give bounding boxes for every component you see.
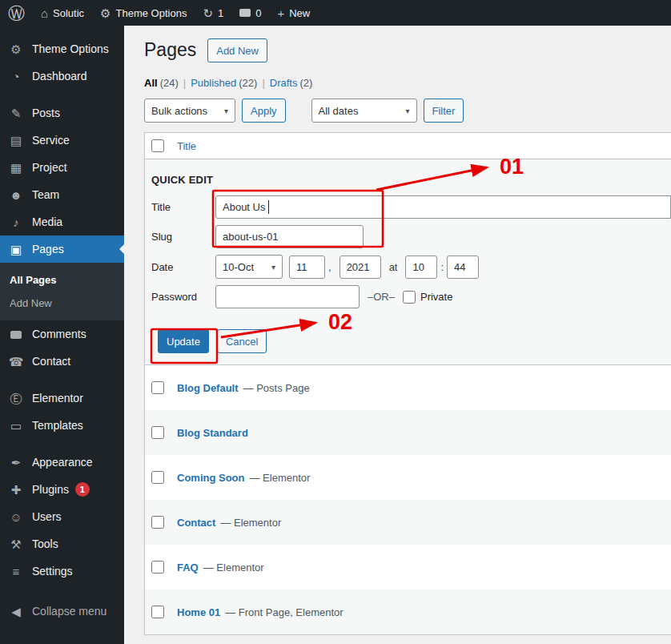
title-input-wrap [215,195,671,219]
page-annotation: — Elementor [250,472,311,484]
sidebar-item-dashboard[interactable]: ◔ Dashboard [0,62,124,90]
site-name-label: Solutic [53,7,84,19]
view-drafts-link[interactable]: Drafts(2) [270,77,313,89]
sidebar-item-label: Plugins [32,483,69,496]
submenu-item-add-new[interactable]: Add New [0,292,124,315]
sidebar-item-label: Templates [32,419,83,432]
row-checkbox[interactable] [151,426,164,439]
media-icon: ♪ [8,216,24,228]
row-checkbox[interactable] [151,606,164,618]
sidebar-item-tools[interactable]: ⚒ Tools [0,530,124,557]
admin-bar-new[interactable]: + New [269,0,318,26]
table-row: Contact — Elementor [145,500,671,545]
page-title-link[interactable]: Contact [177,517,215,529]
view-published-link[interactable]: Published(22) [191,77,257,89]
all-dates-select[interactable]: All dates ▾ [311,99,417,123]
plugin-icon: ✚ [8,484,24,496]
update-icon: ↻ [203,7,213,19]
select-all-checkbox[interactable] [151,139,164,152]
gear-icon: ⚙ [8,43,24,55]
quick-edit-slug-input[interactable] [215,225,364,248]
apply-button[interactable]: Apply [242,99,286,123]
title-column-header[interactable]: Title [177,140,196,152]
submenu-item-all-pages[interactable]: All Pages [0,268,124,292]
sidebar-item-templates[interactable]: ▭ Templates [0,412,124,439]
page-title-link[interactable]: FAQ [177,561,199,574]
filter-button[interactable]: Filter [424,99,464,123]
sidebar-item-label: Collapse menu [32,605,106,618]
private-label: Private [420,291,452,303]
admin-bar-updates[interactable]: ↻ 1 [195,0,231,26]
date-at-label: at [389,261,398,273]
new-label: New [289,7,310,19]
sidebar-item-comments[interactable]: Comments [0,320,124,348]
sidebar-item-service[interactable]: ▤ Service [0,127,124,154]
theme-options-label: Theme Options [116,7,187,19]
wordpress-logo-menu[interactable]: Ⓦ [0,0,33,26]
pages-submenu: All Pages Add New [0,263,124,320]
sidebar-item-media[interactable]: ♪ Media [0,208,124,235]
password-input[interactable] [215,285,360,308]
sidebar-item-settings[interactable]: ≡ Settings [0,557,124,585]
table-row: FAQ — Elementor [145,545,671,590]
update-button[interactable]: Update [158,329,209,353]
home-icon: ⌂ [41,7,48,19]
people-icon: ☻ [8,189,24,201]
gear-icon: ⚙ [100,7,110,19]
sidebar-item-posts[interactable]: ✎ Posts [0,99,124,127]
sidebar-item-label: Tools [32,537,58,550]
sidebar-item-team[interactable]: ☻ Team [0,181,124,208]
settings-icon: ≡ [8,566,24,578]
sidebar-item-appearance[interactable]: ✒ Appearance [0,449,124,476]
quick-edit-title-input[interactable] [215,195,671,219]
bulk-actions-select[interactable]: Bulk actions ▾ [144,99,235,123]
date-year-input[interactable] [340,256,381,279]
row-checkbox[interactable] [151,381,164,394]
view-all-link[interactable]: All(24) [144,77,179,89]
date-minute-input[interactable] [447,256,479,279]
admin-bar: Ⓦ ⌂ Solutic ⚙ Theme Options ↻ 1 0 + New [0,0,671,26]
date-day-input[interactable] [289,256,325,279]
sidebar-item-collapse-menu[interactable]: ◀ Collapse menu [0,598,124,625]
pages-icon: ▣ [8,244,24,256]
page-annotation: — Posts Page [243,382,310,394]
admin-bar-theme-options[interactable]: ⚙ Theme Options [92,0,195,26]
page-title-link[interactable]: Home 01 [177,606,220,618]
text-cursor [268,200,269,214]
sidebar-item-label: Contact [32,355,70,368]
row-checkbox[interactable] [151,561,164,574]
row-checkbox[interactable] [151,516,164,529]
sidebar-item-project[interactable]: ▦ Project [0,154,124,181]
status-filter-links: All(24)|Published(22)|Drafts(2) [144,77,671,89]
quick-edit-panel: QUICK EDIT Title Slug Date 10-Oct ▾ [145,159,671,365]
private-checkbox[interactable] [403,291,416,304]
page-annotation: — Elementor [220,517,281,529]
admin-bar-comments[interactable]: 0 [231,0,269,26]
add-new-button[interactable]: Add New [207,38,267,62]
admin-bar-site-menu[interactable]: ⌂ Solutic [33,0,92,26]
tools-icon: ⚒ [8,538,24,550]
document-icon: ▤ [8,135,24,147]
page-title-link[interactable]: Blog Standard [177,427,248,439]
elementor-icon: Ⓔ [8,392,24,405]
sidebar-item-plugins[interactable]: ✚ Plugins 1 [0,476,124,503]
collapse-icon: ◀ [8,606,24,618]
sidebar-separator [0,439,124,449]
sidebar-item-users[interactable]: ☺ Users [0,503,124,530]
page-title-link[interactable]: Blog Default [177,382,239,394]
list-toolbar: Bulk actions ▾ Apply All dates ▾ Filter [144,99,671,123]
date-month-select[interactable]: 10-Oct ▾ [215,255,283,279]
table-row: Blog Default — Posts Page [145,365,671,410]
date-hour-input[interactable] [405,256,437,279]
sidebar-item-elementor[interactable]: Ⓔ Elementor [0,384,124,412]
plus-icon: + [277,7,284,19]
row-checkbox[interactable] [151,471,164,484]
page-annotation: — Elementor [203,561,264,574]
sidebar-item-theme-options[interactable]: ⚙ Theme Options [0,35,124,62]
page-title-link[interactable]: Coming Soon [177,472,245,484]
sidebar-item-contact[interactable]: ☎ Contact [0,348,124,375]
cancel-button[interactable]: Cancel [217,329,267,353]
sidebar-item-pages[interactable]: ▣ Pages [0,235,124,263]
views-separator: | [183,77,186,89]
comment-bubble-icon [8,328,24,340]
